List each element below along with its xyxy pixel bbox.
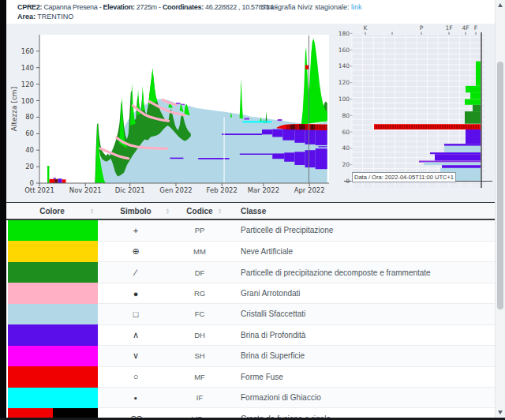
color-swatch-FC xyxy=(6,304,98,324)
sort-icon[interactable]: ▲▼ xyxy=(90,208,94,214)
legend-row-MF: ○MFForme Fuse xyxy=(6,366,495,387)
sort-icon[interactable]: ▲▼ xyxy=(166,208,170,214)
grain-classe: Cristalli Sfaccettati xyxy=(226,304,495,324)
station-id-label: CPRE2: xyxy=(17,3,42,11)
grain-code: RG xyxy=(174,283,226,303)
svg-text:60: 60 xyxy=(25,129,34,137)
grain-symbol-FC: □ xyxy=(98,304,174,324)
svg-text:40: 40 xyxy=(25,146,34,154)
grain-code: MF xyxy=(174,366,226,387)
svg-text:100: 100 xyxy=(21,97,34,105)
svg-text:Nov 2021: Nov 2021 xyxy=(69,186,102,194)
svg-text:120: 120 xyxy=(21,81,34,88)
color-swatch-RG xyxy=(6,283,98,303)
scroll-up-icon[interactable] xyxy=(498,3,503,7)
profile-date-tooltip: Data / Ora: 2022-04-05T11:00 UTC+1 xyxy=(352,172,456,182)
svg-text:100: 100 xyxy=(339,96,350,103)
color-swatch-DH xyxy=(6,324,98,345)
grain-symbol-MM: ⊕ xyxy=(98,241,174,261)
elevation-value: 2725m - xyxy=(137,3,161,11)
grain-symbol-DH: ∧ xyxy=(98,324,174,345)
station-info-line: CPRE2: Capanna Presena - Elevation: 2725… xyxy=(17,3,277,11)
svg-text:P: P xyxy=(420,24,424,32)
grain-classe: Formazioni di Ghiaccio xyxy=(226,388,495,408)
svg-text:60: 60 xyxy=(342,129,350,136)
grain-code: DH xyxy=(174,324,226,345)
svg-text:120: 120 xyxy=(339,79,350,86)
svg-text:20: 20 xyxy=(25,163,34,171)
coordinates-label: Coordinates: xyxy=(163,3,204,11)
grain-classe: Particelle di Precipitazione xyxy=(226,219,495,241)
stratigrafia-link[interactable]: link xyxy=(351,3,362,11)
svg-text:Feb 2022: Feb 2022 xyxy=(207,186,238,194)
grain-symbol-RG: ● xyxy=(98,283,174,303)
station-header: CPRE2: Capanna Presena - Elevation: 2725… xyxy=(6,0,495,24)
svg-text:80: 80 xyxy=(342,112,350,119)
svg-text:1F: 1F xyxy=(445,24,452,32)
table-header-simbolo[interactable]: Simbolo▲▼ xyxy=(98,203,174,219)
svg-text:160: 160 xyxy=(21,47,34,55)
color-swatch-IF xyxy=(6,388,98,408)
table-header-codice[interactable]: Codice▲▼ xyxy=(174,203,226,219)
svg-text:Gen 2022: Gen 2022 xyxy=(159,186,193,194)
legend-row-FC: □FCCristalli Sfaccettati xyxy=(6,304,495,324)
scrollbar-thumb[interactable] xyxy=(497,62,503,309)
svg-text:80: 80 xyxy=(25,113,34,121)
table-header-colore[interactable]: Colore▲▼ xyxy=(6,203,98,219)
grain-code: FC xyxy=(174,304,226,324)
svg-text:Mar 2022: Mar 2022 xyxy=(248,186,279,194)
svg-text:Dic 2021: Dic 2021 xyxy=(115,186,145,194)
grain-symbol-PP: + xyxy=(98,219,174,241)
legend-row-IF: ▪IFFormazioni di Ghiaccio xyxy=(6,388,495,408)
page-scrollbar[interactable] xyxy=(495,0,505,418)
color-swatch-MM xyxy=(6,241,98,261)
area-value: TRENTINO xyxy=(37,13,73,21)
elevation-label: Elevation: xyxy=(103,3,135,11)
grain-symbol-DF: ∕ xyxy=(98,262,174,283)
svg-text:Ott 2021: Ott 2021 xyxy=(24,186,54,194)
grain-symbol-MF: ○ xyxy=(98,366,174,387)
grain-classe: Particelle di precipitazione decomposte … xyxy=(226,262,495,283)
grain-symbol-SH: ∨ xyxy=(98,346,174,366)
svg-text:40: 40 xyxy=(342,144,350,152)
legend-row-RG: ●RGGrani Arrotondati xyxy=(6,283,495,303)
scroll-down-icon[interactable] xyxy=(498,411,503,414)
legend-row-SH: ∨SHBrina di Superficie xyxy=(6,346,495,366)
grain-classe: Forme Fuse xyxy=(226,366,495,387)
grain-code: MM xyxy=(174,241,226,261)
station-name: Capanna Presena - xyxy=(43,3,101,11)
color-swatch-MF xyxy=(6,366,98,387)
window-left-edge xyxy=(0,0,6,420)
sort-icon[interactable]: ▲▼ xyxy=(218,208,222,214)
area-line: Area: TRENTINO xyxy=(17,13,73,21)
legend-row-DF: ∕DFParticelle di precipitazione decompos… xyxy=(6,262,495,283)
svg-text:Apr 2022: Apr 2022 xyxy=(294,186,325,194)
grain-code: DF xyxy=(174,262,226,283)
grain-code: IF xyxy=(174,388,226,408)
svg-text:140: 140 xyxy=(339,62,350,69)
grain-code: SH xyxy=(174,346,226,366)
color-swatch-SH xyxy=(6,346,98,366)
grain-legend-table: Colore▲▼Simbolo▲▼Codice▲▼Classe▲▼+PPPart… xyxy=(6,202,495,419)
legend-row-DH: ∧DHBrina di Profondità xyxy=(6,324,495,345)
stratigrafia-label: Stratigrafia Niviz stagionale: xyxy=(261,3,350,11)
grain-classe: Grani Arrotondati xyxy=(226,283,495,303)
legend-row-PP: +PPParticelle di Precipitazione xyxy=(6,219,495,241)
grain-symbol-IF: ▪ xyxy=(98,388,174,408)
color-swatch-PP xyxy=(6,219,98,241)
grain-classe: Neve Artificiale xyxy=(226,241,495,261)
svg-text:Altezza [cm]: Altezza [cm] xyxy=(10,87,18,131)
svg-text:140: 140 xyxy=(21,64,34,72)
svg-text:K: K xyxy=(364,24,368,32)
color-swatch-DF xyxy=(6,262,98,283)
table-header-classe[interactable]: Classe▲▼ xyxy=(226,203,495,219)
svg-text:20: 20 xyxy=(342,161,350,168)
grain-classe: Brina di Superficie xyxy=(226,346,495,366)
grain-classe: Brina di Profondità xyxy=(226,324,495,345)
svg-text:160: 160 xyxy=(339,47,350,54)
svg-text:0: 0 xyxy=(346,178,350,185)
area-label: Area: xyxy=(17,13,36,21)
grain-code: PP xyxy=(174,219,226,241)
svg-text:F: F xyxy=(474,24,477,32)
stratigrafia-line: Stratigrafia Niviz stagionale: link xyxy=(261,3,362,11)
